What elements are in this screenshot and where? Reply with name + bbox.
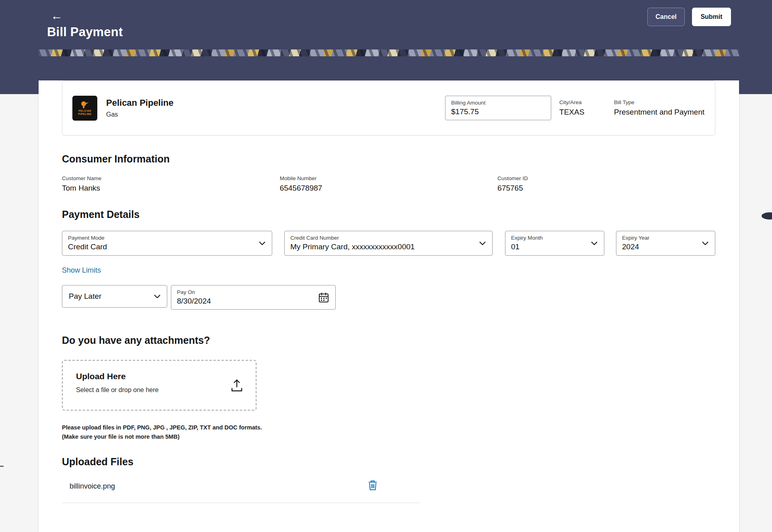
cancel-button[interactable]: Cancel — [647, 8, 685, 26]
biller-logo: PELICAN PIPELINE — [72, 96, 97, 121]
customer-id-label: Customer ID — [497, 175, 715, 181]
expiry-year-label: Expiry Year — [622, 235, 709, 241]
credit-card-number-select[interactable]: Credit Card Number My Primary Card, xxxx… — [284, 231, 493, 256]
payment-mode-label: Payment Mode — [68, 235, 266, 241]
upload-here-title: Upload Here — [76, 372, 256, 381]
billing-amount-label: Billing Amount — [451, 100, 545, 106]
edge-artifact-right — [762, 212, 772, 220]
chevron-down-icon — [479, 242, 486, 245]
expiry-year-value: 2024 — [622, 242, 709, 251]
delete-file-icon[interactable] — [368, 480, 377, 491]
upload-formats-note: Please upload files in PDF, PNG, JPG , J… — [62, 424, 715, 431]
pay-option-value: Pay Later — [69, 292, 101, 301]
billing-amount-field[interactable]: Billing Amount $175.75 — [445, 96, 551, 120]
pay-on-date-field[interactable]: Pay On 8/30/2024 — [171, 285, 336, 310]
decorative-banner-image — [39, 49, 739, 56]
upload-subtitle: Select a file or drop one here — [76, 386, 256, 394]
expiry-year-select[interactable]: Expiry Year 2024 — [616, 231, 715, 256]
submit-button[interactable]: Submit — [692, 8, 731, 26]
chevron-down-icon — [591, 242, 597, 245]
chevron-down-icon — [154, 295, 160, 298]
back-button[interactable]: ← — [51, 10, 63, 22]
edge-artifact-left — [0, 466, 4, 467]
uploaded-files-heading: Uploaded Files — [62, 456, 715, 468]
attachments-heading: Do you have any attachments? — [62, 335, 715, 346]
back-arrow-icon: ← — [51, 9, 63, 22]
chevron-down-icon — [259, 242, 265, 245]
biller-name: Pelican Pipeline — [106, 98, 174, 108]
mobile-number-label: Mobile Number — [280, 175, 498, 181]
payment-mode-select[interactable]: Payment Mode Credit Card — [62, 231, 272, 256]
payment-details-heading: Payment Details — [62, 209, 715, 220]
credit-card-number-value: My Primary Card, xxxxxxxxxxxx0001 — [290, 242, 487, 251]
calendar-icon[interactable] — [318, 292, 329, 303]
consumer-information-row: Customer Name Tom Hanks Mobile Number 65… — [62, 175, 715, 193]
bill-type-label: Bill Type — [614, 99, 704, 105]
pelican-icon — [80, 101, 90, 109]
uploaded-file-name: billinvoice.png — [70, 482, 115, 490]
customer-name-label: Customer Name — [62, 175, 280, 181]
upload-icon — [231, 379, 243, 392]
biller-category: Gas — [106, 111, 174, 118]
expiry-month-value: 01 — [511, 242, 598, 251]
credit-card-number-label: Credit Card Number — [290, 235, 487, 241]
show-limits-link[interactable]: Show Limits — [62, 266, 101, 275]
mobile-number-value: 6545678987 — [280, 184, 498, 193]
consumer-information-heading: Consumer Information — [62, 153, 715, 165]
city-area-value: TEXAS — [559, 108, 605, 117]
pay-option-select[interactable]: Pay Later — [62, 285, 167, 308]
pay-on-label: Pay On — [177, 289, 330, 295]
biller-summary-card: PELICAN PIPELINE Pelican Pipeline Gas Bi… — [62, 80, 715, 136]
payment-selects-row: Payment Mode Credit Card Credit Card Num… — [62, 231, 715, 256]
payment-mode-value: Credit Card — [68, 242, 266, 251]
pay-on-value: 8/30/2024 — [177, 297, 330, 306]
billing-amount-value: $175.75 — [451, 107, 545, 116]
uploaded-file-row: billinvoice.png — [62, 482, 421, 503]
expiry-month-select[interactable]: Expiry Month 01 — [505, 231, 604, 256]
expiry-month-label: Expiry Month — [511, 235, 598, 241]
page-title: Bill Payment — [47, 25, 123, 39]
upload-size-note: (Make sure your file is not more than 5M… — [62, 433, 715, 440]
chevron-down-icon — [702, 242, 708, 245]
city-area-label: City/Area — [559, 99, 605, 105]
content-card: PELICAN PIPELINE Pelican Pipeline Gas Bi… — [39, 49, 739, 532]
biller-logo-text: PELICAN PIPELINE — [78, 109, 92, 116]
bill-type-value: Presentment and Payment — [614, 108, 704, 117]
customer-id-value: 675765 — [497, 184, 715, 193]
customer-name-value: Tom Hanks — [62, 184, 280, 193]
file-upload-dropzone[interactable]: Upload Here Select a file or drop one he… — [62, 360, 257, 411]
pay-options-row: Pay Later Pay On 8/30/2024 — [62, 285, 715, 310]
